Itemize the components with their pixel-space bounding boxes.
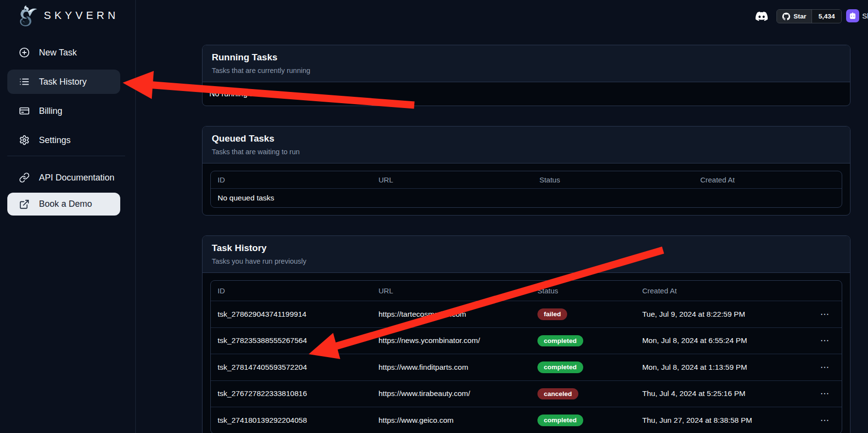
- task-status-cell: completed: [531, 354, 635, 380]
- list-icon: [19, 76, 30, 87]
- main-content: Running Tasks Tasks that are currently r…: [202, 0, 850, 433]
- history-table-body: tsk_278629043741199914 https://tartecosm…: [211, 301, 842, 433]
- credit-card-icon: [19, 106, 30, 116]
- brand-logo: SKYVERN: [14, 3, 119, 28]
- sidebar-item-label: API Documentation: [39, 173, 114, 183]
- column-header-created-at: Created At: [693, 171, 842, 188]
- task-created-at-cell: Thu, Jul 4, 2024 at 5:25:16 PM: [635, 382, 809, 405]
- brand-name: SKYVERN: [44, 9, 119, 22]
- task-id-cell: tsk_278235388555267564: [211, 329, 371, 352]
- running-tasks-header: Running Tasks Tasks that are currently r…: [203, 45, 850, 82]
- status-badge: completed: [537, 361, 583, 373]
- row-menu-button[interactable]: ⋯: [816, 336, 835, 345]
- queued-tasks-header: Queued Tasks Tasks that are waiting to r…: [203, 126, 850, 163]
- task-created-at-cell: Thu, Jun 27, 2024 at 8:38:58 PM: [635, 409, 809, 432]
- row-menu-button[interactable]: ⋯: [816, 362, 835, 372]
- task-url-cell: https://www.geico.com: [371, 409, 531, 432]
- gear-icon: [19, 135, 30, 145]
- sidebar-item-book-a-demo[interactable]: Book a Demo: [7, 193, 120, 216]
- column-header-id: ID: [211, 171, 371, 188]
- task-row[interactable]: tsk_274180139292204058 https://www.geico…: [211, 407, 842, 433]
- running-tasks-empty: No running tasks: [203, 82, 850, 106]
- link-icon: [19, 172, 30, 183]
- task-url-cell: https://news.ycombinator.com/: [371, 329, 531, 352]
- column-header-status: Status: [533, 171, 693, 188]
- status-badge: failed: [537, 308, 567, 320]
- column-header-status: Status: [531, 281, 635, 301]
- task-history-table: ID URL Status Created At tsk_27862904374…: [210, 280, 842, 433]
- row-menu-button[interactable]: ⋯: [816, 389, 835, 398]
- skyvern-dragon-icon: [14, 3, 39, 28]
- sidebar-item-billing[interactable]: Billing: [7, 100, 120, 122]
- card-title: Task History: [212, 243, 841, 253]
- task-url-cell: https://www.tirabeauty.com/: [371, 382, 531, 405]
- sidebar-item-label: New Task: [39, 48, 77, 58]
- plus-circle-icon: [19, 47, 30, 58]
- table-header-row: ID URL Status Created At: [211, 281, 842, 301]
- task-status-cell: failed: [531, 301, 635, 327]
- user-name-text: Sk: [862, 12, 868, 20]
- column-header-id: ID: [211, 281, 371, 301]
- task-id-cell: tsk_274180139292204058: [211, 409, 371, 432]
- task-id-cell: tsk_278629043741199914: [211, 303, 371, 326]
- sidebar-item-label: Settings: [39, 135, 71, 145]
- card-title: Running Tasks: [212, 52, 841, 63]
- task-status-cell: canceled: [531, 381, 635, 407]
- sidebar: SKYVERN New Task Task History Billing Se…: [0, 0, 136, 433]
- running-tasks-card: Running Tasks Tasks that are currently r…: [202, 45, 850, 106]
- sidebar-item-label: Task History: [39, 77, 87, 87]
- row-menu-button[interactable]: ⋯: [816, 415, 835, 425]
- column-header-url: URL: [371, 171, 532, 188]
- card-title: Queued Tasks: [212, 133, 841, 144]
- task-status-cell: completed: [531, 407, 635, 433]
- task-id-cell: tsk_278147405593572204: [211, 356, 371, 379]
- task-url-cell: https://www.finditparts.com: [371, 356, 531, 379]
- card-subtitle: Tasks that are currently running: [212, 67, 841, 74]
- sidebar-divider: [7, 156, 125, 156]
- task-url-cell: https://tartecosmetics.com: [371, 303, 531, 326]
- task-status-cell: completed: [531, 328, 635, 354]
- task-row[interactable]: tsk_278235388555267564 https://news.ycom…: [211, 327, 842, 354]
- task-row[interactable]: tsk_276727822333810816 https://www.tirab…: [211, 380, 842, 407]
- queued-tasks-table: ID URL Status Created At No queued tasks: [210, 171, 842, 208]
- status-badge: canceled: [537, 388, 578, 400]
- column-header-actions: [809, 285, 842, 297]
- queued-tasks-card: Queued Tasks Tasks that are waiting to r…: [202, 126, 850, 216]
- column-header-url: URL: [371, 281, 531, 301]
- table-header-row: ID URL Status Created At: [211, 171, 842, 188]
- task-created-at-cell: Mon, Jul 8, 2024 at 1:13:59 PM: [635, 356, 809, 379]
- task-actions-cell: ⋯: [809, 355, 842, 379]
- task-id-cell: tsk_276727822333810816: [211, 382, 371, 405]
- task-actions-cell: ⋯: [809, 328, 842, 353]
- sidebar-item-new-task[interactable]: New Task: [7, 42, 120, 63]
- task-created-at-cell: Mon, Jul 8, 2024 at 6:55:24 PM: [635, 329, 809, 352]
- task-row[interactable]: tsk_278147405593572204 https://www.findi…: [211, 354, 842, 380]
- status-badge: completed: [537, 335, 583, 347]
- column-header-created-at: Created At: [635, 281, 809, 301]
- sidebar-item-label: Book a Demo: [39, 199, 92, 209]
- task-actions-cell: ⋯: [809, 381, 842, 406]
- sidebar-item-label: Billing: [39, 106, 62, 116]
- card-subtitle: Tasks you have run previously: [212, 257, 841, 265]
- external-link-icon: [19, 199, 30, 210]
- sidebar-item-api-documentation[interactable]: API Documentation: [7, 167, 120, 188]
- status-badge: completed: [537, 415, 583, 426]
- task-created-at-cell: Tue, Jul 9, 2024 at 8:22:59 PM: [635, 303, 809, 326]
- task-history-header: Task History Tasks you have run previous…: [203, 236, 850, 273]
- card-subtitle: Tasks that are waiting to run: [212, 148, 841, 156]
- row-menu-button[interactable]: ⋯: [816, 309, 835, 319]
- task-row[interactable]: tsk_278629043741199914 https://tartecosm…: [211, 301, 842, 327]
- task-actions-cell: ⋯: [809, 408, 842, 433]
- task-history-card: Task History Tasks you have run previous…: [202, 235, 850, 433]
- sidebar-item-task-history[interactable]: Task History: [7, 70, 120, 94]
- queued-tasks-empty: No queued tasks: [211, 188, 842, 207]
- sidebar-item-settings[interactable]: Settings: [7, 129, 120, 151]
- task-actions-cell: ⋯: [809, 302, 842, 326]
